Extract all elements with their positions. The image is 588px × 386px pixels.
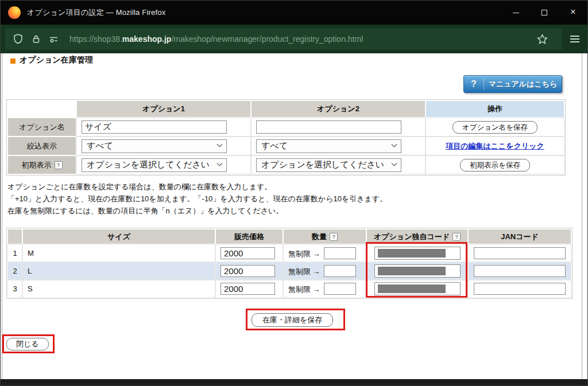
url-input[interactable]: https://shop38.makeshop.jp/makeshop/newm…: [5, 28, 562, 50]
size-header: サイズ: [23, 229, 215, 244]
content-right-border: [582, 53, 582, 379]
url-prefix: https://shop38.: [69, 34, 122, 44]
window-title: オプション項目の設定 — Mozilla Firefox: [27, 7, 165, 18]
table-row: 1 M 無制限 →: [8, 245, 571, 262]
option1-header: オプション1: [77, 101, 250, 117]
quantity-header-text: 数量: [312, 232, 327, 241]
maximize-icon: [541, 10, 547, 15]
quantity-input[interactable]: [324, 265, 356, 277]
window-controls: ×: [501, 1, 587, 25]
lock-icon[interactable]: [32, 34, 41, 44]
permissions-icon[interactable]: [49, 35, 59, 44]
annotation-box-option-code: [366, 242, 467, 298]
help-icon[interactable]: ?: [330, 233, 338, 241]
option1-initial-value: オプションを選択してください: [87, 159, 214, 170]
option1-filter-value: すべて: [87, 141, 113, 151]
heading-bullet-icon: [10, 59, 16, 64]
row-number: 1: [8, 245, 22, 262]
quantity-prefix: 無制限 →: [288, 249, 320, 258]
chevron-down-icon: [217, 161, 223, 166]
option-code-header-text: オプション独自コード: [374, 232, 450, 241]
maximize-button[interactable]: [530, 1, 559, 25]
quantity-prefix: 無制限 →: [288, 285, 320, 294]
instruction-line: オプションごとに在庫数を設定する場合は、数量の欄に在庫数を入力します。: [7, 181, 387, 193]
jan-code-header: JANコード: [469, 229, 571, 244]
option-settings-table: オプション1 オプション2 操作 オプション名 オプション名を保存 絞込表示 す…: [6, 99, 566, 176]
chevron-down-icon: [392, 142, 397, 147]
table-row: 2 L 無制限 →: [8, 263, 571, 279]
action-header: 操作: [426, 101, 564, 117]
manual-button[interactable]: ? マニュアルはこちら: [463, 75, 562, 93]
option2-initial-value: オプションを選択してください: [261, 159, 389, 170]
annotation-box-save: [246, 309, 345, 330]
browser-toolbar: https://shop38.makeshop.jp/makeshop/newm…: [1, 25, 587, 53]
url-domain: makeshop.jp: [122, 34, 172, 44]
option2-name-input[interactable]: [256, 120, 401, 134]
option1-name-input[interactable]: [82, 120, 227, 134]
option1-initial-select[interactable]: オプションを選択してください: [82, 158, 227, 172]
row-number-header: [8, 229, 22, 244]
jan-code-input[interactable]: [474, 265, 566, 277]
instruction-line: 在庫を無制限にするには、数量の項目に半角「n（エヌ）」を入力してください。: [7, 205, 387, 217]
bottom-bar: [1, 379, 587, 386]
url-path: /makeshop/newmanager/product_registry_op…: [171, 34, 363, 44]
quantity-prefix: 無制限 →: [288, 267, 320, 276]
size-value: L: [23, 263, 215, 279]
page-title: オプション在庫管理: [20, 55, 93, 65]
row-number: 2: [8, 263, 22, 279]
minimize-icon: [513, 13, 519, 13]
price-input[interactable]: [220, 247, 275, 259]
quantity-input[interactable]: [324, 283, 356, 295]
quantity-input[interactable]: [324, 247, 356, 259]
initial-display-label: 初期表示?: [8, 156, 76, 174]
menu-icon[interactable]: [562, 36, 587, 42]
jan-code-input[interactable]: [474, 283, 566, 295]
annotation-box-close: [2, 334, 55, 353]
price-input[interactable]: [220, 283, 275, 295]
close-button[interactable]: ×: [559, 1, 587, 25]
url-text: https://shop38.makeshop.jp/makeshop/newm…: [69, 34, 363, 44]
row-number: 3: [8, 280, 22, 297]
option2-filter-value: すべて: [261, 141, 288, 151]
edit-items-link[interactable]: 項目の編集はここをクリック: [446, 142, 544, 150]
instruction-line: 「+10」と入力すると、現在の在庫数に10を加えます。「-10」を入力すると、現…: [7, 193, 387, 205]
filter-display-label: 絞込表示: [8, 137, 76, 155]
browser-window: オプション項目の設定 — Mozilla Firefox × https://s…: [0, 0, 588, 386]
content-left-border: [2, 53, 2, 379]
option2-filter-select[interactable]: すべて: [256, 139, 401, 153]
help-icon[interactable]: ?: [55, 161, 63, 169]
corner-cell: [8, 101, 76, 117]
manual-button-label: マニュアルはこちら: [484, 79, 562, 89]
table-row: 3 S 無制限 →: [8, 280, 571, 297]
close-icon: ×: [570, 7, 575, 17]
price-header: 販売価格: [216, 229, 283, 244]
minimize-button[interactable]: [501, 1, 530, 25]
quantity-header: 数量?: [284, 229, 366, 244]
option2-header: オプション2: [252, 101, 425, 117]
save-option-name-button[interactable]: オプション名を保存: [452, 121, 537, 134]
title-bar: オプション項目の設定 — Mozilla Firefox ×: [1, 1, 587, 25]
bookmark-star-icon[interactable]: [537, 34, 548, 45]
firefox-icon: [8, 6, 21, 19]
shield-icon[interactable]: [13, 34, 23, 44]
question-mark-icon: ?: [464, 79, 483, 89]
option2-initial-select[interactable]: オプションを選択してください: [256, 158, 401, 172]
jan-code-input[interactable]: [474, 247, 566, 259]
option1-filter-select[interactable]: すべて: [82, 139, 227, 153]
instructions: オプションごとに在庫数を設定する場合は、数量の欄に在庫数を入力します。 「+10…: [7, 181, 387, 217]
chevron-down-icon: [217, 142, 223, 147]
size-value: S: [23, 280, 215, 297]
stock-table: サイズ 販売価格 数量? オプション独自コード? JANコード 1 M 無制限 …: [6, 228, 572, 299]
initial-display-text: 初期表示: [22, 161, 52, 169]
help-icon[interactable]: ?: [452, 233, 461, 241]
price-input[interactable]: [220, 265, 275, 277]
size-value: M: [23, 245, 215, 262]
option-name-label: オプション名: [8, 118, 76, 136]
chevron-down-icon: [392, 161, 397, 166]
save-initial-display-button[interactable]: 初期表示を保存: [460, 159, 530, 171]
